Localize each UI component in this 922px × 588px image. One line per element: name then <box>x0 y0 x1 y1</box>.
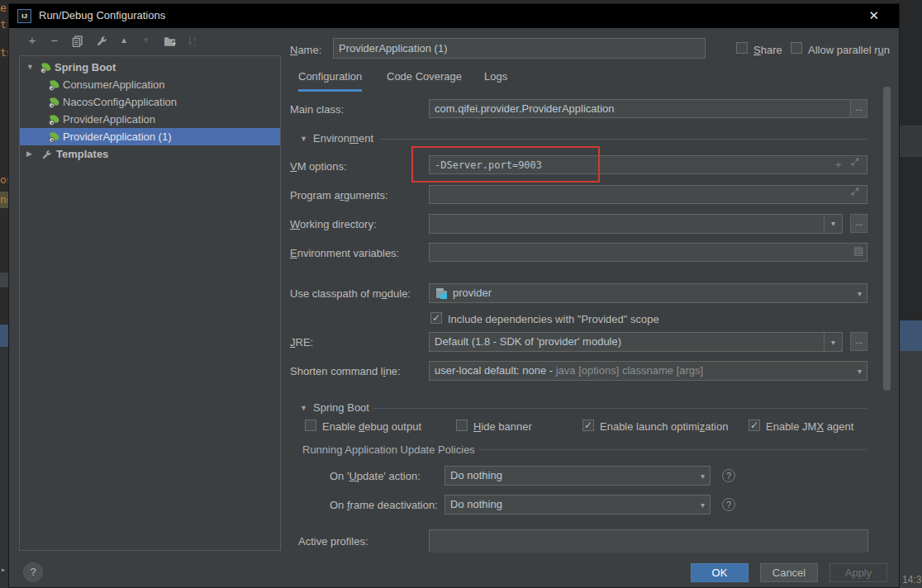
enable-debug-output-checkbox[interactable] <box>305 420 316 431</box>
name-label: Name: <box>290 44 321 56</box>
jre-combo-value: Default (1.8 - SDK of 'provider' module) <box>435 335 621 348</box>
use-classpath-label: Use classpath of module: <box>290 287 411 300</box>
vertical-scrollbar[interactable] <box>883 87 891 391</box>
expand-field-icon[interactable] <box>850 157 860 169</box>
apply-button: Apply <box>829 563 887 582</box>
working-directory-label: Working directory: <box>290 218 377 230</box>
tree-group-label: Templates <box>56 145 108 163</box>
sort-alphabetically-icon: az <box>184 32 201 49</box>
hide-banner-checkbox[interactable] <box>456 420 468 431</box>
tree-item-provider-application[interactable]: ProviderApplication <box>20 111 280 128</box>
share-label: Share <box>753 44 782 56</box>
remove-configuration-icon[interactable]: − <box>46 32 63 49</box>
spring-boot-section-chevron-icon[interactable]: ▼ <box>300 404 307 412</box>
tab-logs[interactable]: Logs <box>484 70 507 92</box>
help-button[interactable]: ? <box>23 562 43 582</box>
jre-browse-button[interactable]: ... <box>850 332 867 351</box>
allow-parallel-run-label: Allow parallel run <box>808 44 890 56</box>
environment-section-chevron-icon[interactable]: ▼ <box>300 135 307 143</box>
tree-item-label: ProviderApplication <box>63 111 155 128</box>
working-directory-browse-button[interactable]: ... <box>850 214 867 233</box>
shorten-hint: java [options] classname [args] <box>556 364 703 377</box>
background-band <box>0 347 8 588</box>
share-checkbox[interactable] <box>736 42 748 54</box>
vm-options-label: VM options: <box>290 160 347 173</box>
hide-banner-label: Hide banner <box>473 420 532 433</box>
environment-variables-label: Environment variables: <box>290 247 399 259</box>
spring-boot-icon <box>50 132 59 142</box>
dialog-titlebar: IJ Run/Debug Configurations ✕ <box>9 4 899 28</box>
working-directory-combo[interactable]: ▾ <box>429 214 843 234</box>
enable-launch-optimization-label: Enable launch optimization <box>600 420 728 433</box>
ok-button[interactable]: OK <box>691 563 749 582</box>
tree-group-spring-boot[interactable]: ▼ Spring Boot <box>20 59 280 76</box>
new-folder-icon[interactable] <box>161 32 178 49</box>
edit-templates-icon[interactable] <box>93 32 110 49</box>
tree-item-provider-application-1[interactable]: ProviderApplication (1) <box>20 128 280 145</box>
vm-options-input[interactable] <box>429 155 867 174</box>
move-up-icon[interactable]: ▲ <box>116 32 132 49</box>
on-frame-deactivation-value: Do nothing <box>450 498 502 510</box>
copy-configuration-icon[interactable] <box>69 32 86 49</box>
chevron-down-icon[interactable]: ▾ <box>858 284 862 303</box>
tree-item-consumer-application[interactable]: ConsumerApplication <box>20 76 280 93</box>
tab-configuration[interactable]: Configuration <box>298 70 362 92</box>
tree-group-label: Spring Boot <box>55 59 116 76</box>
help-icon[interactable]: ? <box>722 498 735 511</box>
chevron-down-icon[interactable]: ▾ <box>701 496 705 514</box>
chevron-down-icon[interactable]: ▾ <box>701 467 705 486</box>
section-divider <box>478 449 867 450</box>
tree-item-label: NacosConfigApplication <box>63 93 177 111</box>
tree-group-templates[interactable]: ▶ Templates <box>20 145 280 163</box>
expand-field-icon[interactable] <box>850 187 860 199</box>
jre-combo[interactable]: Default (1.8 - SDK of 'provider' module)… <box>429 332 843 352</box>
jre-label: JRE: <box>290 336 313 349</box>
active-profiles-input[interactable] <box>429 529 868 552</box>
shorten-value: user-local default: none - <box>435 364 556 377</box>
main-class-label: Main class: <box>290 103 344 116</box>
background-band <box>0 273 8 287</box>
close-icon[interactable]: ✕ <box>868 8 879 23</box>
help-icon[interactable]: ? <box>722 469 735 482</box>
on-update-action-combo[interactable]: Do nothing ▾ <box>444 466 711 486</box>
spring-boot-icon <box>50 80 59 90</box>
name-input[interactable] <box>333 38 706 59</box>
cancel-button[interactable]: Cancel <box>760 563 818 582</box>
expanded-chevron-icon[interactable]: ▼ <box>26 59 34 76</box>
main-class-browse-button[interactable]: ... <box>850 99 867 118</box>
include-provided-label: Include dependencies with "Provided" sco… <box>448 313 659 325</box>
spring-boot-icon <box>50 97 59 107</box>
tree-item-label: ProviderApplication (1) <box>63 128 172 145</box>
spring-boot-icon <box>41 63 51 73</box>
enable-launch-optimization-checkbox[interactable]: ✓ <box>582 420 594 431</box>
chevron-down-icon[interactable]: ▾ <box>824 215 842 233</box>
on-frame-deactivation-label: On frame deactivation: <box>330 499 438 511</box>
update-policies-section-label: Running Application Update Policies <box>302 443 475 456</box>
chevron-down-icon[interactable]: ▾ <box>858 362 862 381</box>
enable-jmx-agent-checkbox[interactable]: ✓ <box>749 420 760 431</box>
module-combo[interactable]: provider ▾ <box>429 283 867 303</box>
environment-variables-input[interactable] <box>429 243 867 262</box>
wrench-icon <box>41 148 52 165</box>
background-band <box>900 320 922 351</box>
background-band <box>0 325 8 347</box>
program-arguments-label: Program arguments: <box>290 189 388 202</box>
add-configuration-icon[interactable]: + <box>24 32 40 49</box>
spring-boot-icon <box>50 115 59 125</box>
tab-code-coverage[interactable]: Code Coverage <box>387 70 462 92</box>
main-class-field[interactable]: com.qifei.provider.ProviderApplication <box>429 99 851 118</box>
collapsed-chevron-icon[interactable]: ▶ <box>26 145 32 163</box>
chevron-down-icon[interactable]: ▾ <box>824 333 842 351</box>
tree-item-nacos-config-application[interactable]: NacosConfigApplication <box>20 93 280 111</box>
include-provided-checkbox[interactable]: ✓ <box>430 312 442 324</box>
background-band <box>900 126 922 157</box>
shorten-command-line-combo[interactable]: user-local default: none - java [options… <box>429 361 867 381</box>
program-arguments-input[interactable] <box>429 185 867 204</box>
add-icon[interactable]: + <box>835 159 842 171</box>
on-frame-deactivation-combo[interactable]: Do nothing ▾ <box>444 495 711 514</box>
intellij-logo-icon: IJ <box>17 9 31 23</box>
tree-item-label: ConsumerApplication <box>63 76 165 93</box>
allow-parallel-run-checkbox[interactable] <box>791 42 802 54</box>
module-combo-value: provider <box>453 287 492 299</box>
browse-variables-icon[interactable]: ▤ <box>853 244 863 257</box>
